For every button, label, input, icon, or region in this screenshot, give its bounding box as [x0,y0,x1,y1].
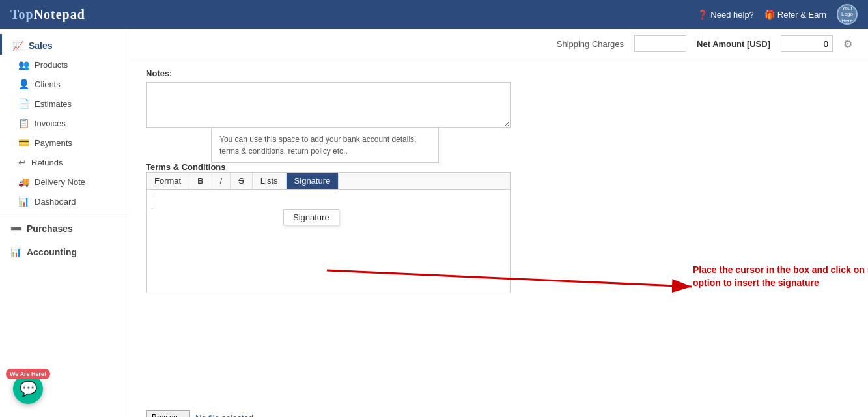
annotation-text: Place the cursor in the box and click on… [693,264,868,289]
notes-section-label: Notes: [146,68,852,78]
sidebar-products-label: Products [35,60,68,70]
sidebar-clients-label: Clients [35,79,61,89]
logo-bottom: Notepad [34,7,85,22]
user-avatar[interactable]: Your Logo Here [837,4,858,25]
notes-wrapper: You can use this space to add your bank … [146,82,511,130]
refunds-icon: ↩ [18,157,26,167]
editor-area[interactable]: Signature [146,189,511,293]
main-content: Shipping Charges Net Amount [USD] 0 ⚙ No… [130,29,868,417]
help-icon: ❓ [697,10,708,20]
layout: 📈 Sales 👥 Products 👤 Clients 📄 Estimates… [0,29,868,417]
net-amount-value: 0 [781,35,833,52]
dashboard-icon: 📊 [18,196,29,207]
sidebar-refunds-label: Refunds [31,158,63,167]
no-file-label: No file selected. [195,413,256,418]
refer-earn-link[interactable]: 🎁 Refer & Earn [764,10,826,20]
shipping-label: Shipping Charges [557,39,624,49]
need-help-label: Need help? [710,10,754,20]
products-icon: 👥 [18,59,29,70]
content-wrapper: Notes: You can use this space to add you… [146,68,852,417]
logo-top: Top [10,7,34,22]
sidebar-section-purchases[interactable]: ➖ Purchases [0,217,130,240]
sidebar-item-clients[interactable]: 👤 Clients [0,74,130,94]
clients-icon: 👤 [18,79,29,89]
avatar-text: Your Logo Here [838,5,856,24]
net-amount-label: Net Amount [USD] [697,39,770,49]
sidebar-item-refunds[interactable]: ↩ Refunds [0,152,130,172]
chat-icon: 💬 [20,381,37,397]
sidebar-item-estimates[interactable]: 📄 Estimates [0,94,130,113]
need-help-link[interactable]: ❓ Need help? [697,10,754,20]
top-row: Shipping Charges Net Amount [USD] 0 ⚙ [130,29,868,59]
terms-label: Terms & Conditions [146,162,852,172]
editor-cursor [152,195,152,205]
sidebar-item-invoices[interactable]: 📋 Invoices [0,113,130,133]
sidebar: 📈 Sales 👥 Products 👤 Clients 📄 Estimates… [0,29,130,417]
file-row: Browse... No file selected. [146,410,852,417]
toolbar-bold-button[interactable]: B [189,173,212,189]
header: TopNotepad ❓ Need help? 🎁 Refer & Earn Y… [0,0,868,29]
settings-icon[interactable]: ⚙ [843,38,852,50]
sidebar-estimates-label: Estimates [35,99,72,109]
toolbar-lists-button[interactable]: Lists [253,173,287,189]
editor-toolbar: Format B I S Lists Signature [146,172,511,189]
refer-earn-label: Refer & Earn [777,10,826,20]
toolbar-signature-button[interactable]: Signature [287,173,339,189]
sidebar-delivery-label: Delivery Note [35,177,85,187]
chat-badge: We Are Here! [6,369,50,379]
sales-label: Sales [29,40,53,51]
refer-icon: 🎁 [764,10,775,20]
delivery-icon: 🚚 [18,177,29,187]
sidebar-item-payments[interactable]: 💳 Payments [0,133,130,152]
accounting-icon: 📊 [10,247,21,257]
sidebar-section-accounting[interactable]: 📊 Accounting [0,240,130,264]
toolbar-strike-button[interactable]: S [231,173,253,189]
sidebar-payments-label: Payments [35,138,72,148]
payments-icon: 💳 [18,137,29,148]
chat-widget[interactable]: We Are Here! 💬 [13,374,43,404]
sidebar-dashboard-label: Dashboard [35,197,76,207]
sales-icon: 📈 [12,40,23,51]
browse-button[interactable]: Browse... [146,410,190,417]
logo[interactable]: TopNotepad [10,7,85,22]
sidebar-divider-1 [0,214,130,214]
sidebar-section-sales[interactable]: 📈 Sales [0,34,130,55]
invoices-icon: 📋 [18,118,29,128]
sidebar-invoices-label: Invoices [35,119,66,128]
accounting-label: Accounting [27,247,77,257]
purchases-label: Purchases [27,223,73,234]
notes-tooltip: You can use this space to add your bank … [211,128,439,163]
purchases-toggle-icon: ➖ [10,223,21,234]
notes-textarea[interactable] [146,82,511,128]
sidebar-item-delivery-note[interactable]: 🚚 Delivery Note [0,172,130,192]
signature-popup[interactable]: Signature [283,209,339,225]
sidebar-item-products[interactable]: 👥 Products [0,55,130,74]
header-right: ❓ Need help? 🎁 Refer & Earn Your Logo He… [697,4,858,25]
sidebar-item-dashboard[interactable]: 📊 Dashboard [0,192,130,211]
estimates-icon: 📄 [18,98,29,109]
toolbar-italic-button[interactable]: I [212,173,231,189]
shipping-input[interactable] [634,35,686,52]
content-area: Notes: You can use this space to add you… [130,68,868,417]
toolbar-format-button[interactable]: Format [147,173,189,189]
